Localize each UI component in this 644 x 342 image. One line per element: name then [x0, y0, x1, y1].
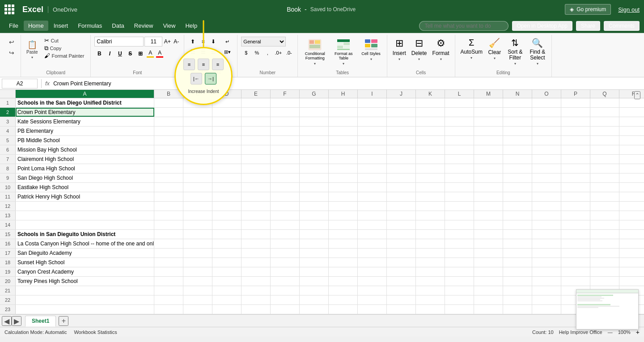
workbook-stats-label[interactable]: Workbook Statistics — [74, 329, 117, 335]
list-item[interactable] — [532, 98, 561, 107]
row-header-15[interactable]: 15 — [0, 230, 16, 239]
go-premium-button[interactable]: ◈ Go premium — [565, 4, 611, 15]
currency-button[interactable]: $ — [241, 48, 251, 58]
list-item[interactable] — [212, 136, 242, 145]
list-item[interactable] — [416, 136, 445, 145]
list-item[interactable] — [532, 183, 561, 192]
list-item[interactable] — [590, 239, 619, 248]
list-item[interactable] — [271, 286, 300, 295]
comma-button[interactable]: , — [263, 48, 272, 58]
list-item[interactable] — [503, 136, 532, 145]
col-header-i[interactable]: I — [358, 90, 387, 98]
list-item[interactable] — [474, 258, 503, 267]
list-item[interactable] — [590, 164, 619, 173]
list-item[interactable]: San Diego High School — [16, 173, 154, 182]
list-item[interactable] — [619, 220, 644, 229]
list-item[interactable]: Mission Bay High School — [16, 145, 154, 154]
list-item[interactable] — [503, 164, 532, 173]
list-item[interactable] — [154, 239, 183, 248]
row-header-21[interactable]: 21 — [0, 286, 16, 295]
list-item[interactable] — [619, 136, 644, 145]
row-header-9[interactable]: 9 — [0, 173, 16, 182]
list-item[interactable] — [242, 277, 271, 286]
app-grid-icon[interactable] — [4, 4, 14, 14]
list-item[interactable] — [183, 249, 212, 258]
list-item[interactable] — [445, 183, 474, 192]
center-align-button[interactable]: ☰ — [198, 47, 208, 57]
comments-button[interactable]: Comments — [604, 21, 640, 31]
list-item[interactable]: PB Middle School — [16, 136, 154, 145]
list-item[interactable] — [503, 108, 532, 117]
list-item[interactable] — [445, 220, 474, 229]
list-item[interactable] — [329, 127, 358, 135]
list-item[interactable] — [532, 277, 561, 286]
increase-decimal-button[interactable]: .0+ — [273, 48, 283, 58]
list-item[interactable] — [445, 211, 474, 220]
list-item[interactable] — [590, 127, 619, 135]
cell-styles-button[interactable]: Cell Styles ▾ — [359, 37, 383, 63]
list-item[interactable] — [474, 277, 503, 286]
row-header-8[interactable]: 8 — [0, 164, 16, 173]
list-item[interactable] — [503, 277, 532, 286]
list-item[interactable] — [271, 220, 300, 229]
merge-center-button[interactable]: ⊞▾ — [221, 47, 233, 57]
row-header-17[interactable]: 17 — [0, 249, 16, 258]
list-item[interactable]: Canyon Crest Academy — [16, 267, 154, 276]
list-item[interactable]: La Costa Canyon High School -- home of t… — [16, 239, 154, 248]
list-item[interactable] — [590, 249, 619, 258]
bold-button[interactable]: B — [94, 49, 104, 59]
list-item[interactable] — [358, 98, 387, 107]
list-item[interactable] — [242, 145, 271, 154]
row-header-22[interactable]: 22 — [0, 296, 16, 304]
conditional-formatting-button[interactable]: Conditional Formatting ▾ — [301, 37, 328, 68]
number-format-select[interactable]: General Number Currency Date Text — [241, 37, 286, 46]
list-item[interactable] — [212, 202, 242, 211]
list-item[interactable] — [561, 136, 590, 145]
list-item[interactable] — [300, 239, 329, 248]
list-item[interactable] — [329, 296, 358, 304]
list-item[interactable] — [416, 164, 445, 173]
list-item[interactable] — [561, 155, 590, 164]
row-header-7[interactable]: 7 — [0, 155, 16, 164]
col-header-d[interactable]: D — [212, 90, 242, 98]
list-item[interactable] — [358, 220, 387, 229]
list-item[interactable] — [183, 98, 212, 107]
list-item[interactable] — [387, 98, 416, 107]
list-item[interactable] — [619, 239, 644, 248]
list-item[interactable] — [358, 136, 387, 145]
list-item[interactable] — [242, 127, 271, 135]
list-item[interactable] — [561, 220, 590, 229]
list-item[interactable] — [387, 296, 416, 304]
list-item[interactable] — [16, 211, 154, 220]
formula-input[interactable] — [53, 79, 642, 89]
list-item[interactable] — [445, 192, 474, 201]
list-item[interactable] — [271, 202, 300, 211]
list-item[interactable] — [242, 155, 271, 164]
list-item[interactable] — [503, 183, 532, 192]
decrease-decimal-button[interactable]: .0- — [284, 48, 294, 58]
list-item[interactable] — [387, 127, 416, 135]
list-item[interactable] — [619, 183, 644, 192]
list-item[interactable] — [416, 230, 445, 239]
list-item[interactable] — [590, 220, 619, 229]
bottom-align-button[interactable]: ⬇ — [208, 37, 218, 46]
list-item[interactable] — [358, 267, 387, 276]
list-item[interactable] — [445, 127, 474, 135]
list-item[interactable] — [300, 173, 329, 182]
list-item[interactable]: Point Loma High School — [16, 164, 154, 173]
list-item[interactable] — [183, 296, 212, 304]
list-item[interactable] — [416, 286, 445, 295]
list-item[interactable] — [358, 192, 387, 201]
list-item[interactable] — [358, 183, 387, 192]
text-direction-button[interactable]: ⤢ — [209, 59, 219, 68]
list-item[interactable] — [532, 258, 561, 267]
list-item[interactable] — [561, 173, 590, 182]
find-select-button[interactable]: 🔍 Find & Select ▾ — [527, 37, 548, 67]
list-item[interactable] — [300, 211, 329, 220]
list-item[interactable] — [329, 155, 358, 164]
list-item[interactable] — [619, 117, 644, 126]
list-item[interactable] — [154, 183, 183, 192]
menu-insert[interactable]: Insert — [49, 21, 73, 31]
col-header-j[interactable]: J — [387, 90, 416, 98]
list-item[interactable] — [16, 220, 154, 229]
